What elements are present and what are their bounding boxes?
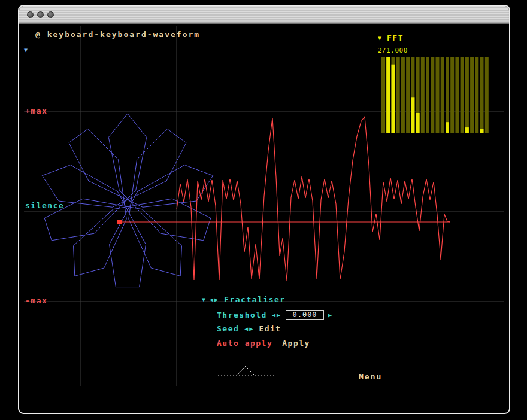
axis-label-min: -max <box>25 296 47 305</box>
waveform-preview-icon[interactable] <box>217 363 277 378</box>
fft-bin-bg <box>475 57 478 133</box>
apply-controls: Auto apply Apply <box>217 339 310 348</box>
fft-bin-bg <box>461 57 464 133</box>
fft-bin-bg <box>480 57 484 133</box>
menu-button[interactable]: Menu <box>359 372 382 381</box>
fft-bin-bg <box>431 57 434 133</box>
axis-label-max: +max <box>25 106 47 115</box>
screen: @ keyboard-keyboard-waveform ▼ ▼ FFT 2/1… <box>0 0 527 420</box>
apply-button[interactable]: Apply <box>282 339 310 348</box>
fractaliser-prev-icon[interactable]: ◀ <box>210 296 213 303</box>
fft-header[interactable]: ▼ FFT <box>378 34 404 42</box>
fft-bar <box>480 129 484 133</box>
fft-label: FFT <box>387 34 404 42</box>
fft-bin-bg <box>455 57 459 133</box>
fft-bin-bg <box>436 57 440 133</box>
seed-control: Seed ◀ ▶ Edit <box>217 324 281 333</box>
threshold-value-field[interactable]: 0.000 <box>286 310 324 320</box>
fft-bin-bg <box>450 57 454 133</box>
threshold-increment-icon[interactable]: ▶ <box>277 312 280 319</box>
threshold-control: Threshold ◀ ▶ 0.000 ▶ <box>217 310 332 320</box>
fft-bin-bg <box>485 57 489 133</box>
fractaliser-title: Fractaliser <box>224 295 286 304</box>
seed-label: Seed <box>217 324 239 333</box>
patch-dropdown-icon[interactable]: ▼ <box>24 47 28 54</box>
fft-scale: 2/1.000 <box>378 46 408 55</box>
fft-bin-bg <box>381 57 385 133</box>
axis-label-silence: silence <box>25 201 64 210</box>
fft-bin-bg <box>396 57 400 133</box>
fft-bar <box>386 57 390 133</box>
fft-bin-bg <box>401 57 405 133</box>
seed-decrement-icon[interactable]: ◀ <box>244 325 248 333</box>
fft-bar <box>446 122 449 133</box>
fft-bin-bg <box>465 57 469 133</box>
threshold-decrement-icon[interactable]: ◀ <box>272 312 275 319</box>
fft-bin-bg <box>426 57 429 133</box>
phase-star-trace <box>42 114 213 287</box>
fft-bin-bg <box>441 57 444 133</box>
scope-canvas[interactable] <box>0 0 527 420</box>
fft-bin-bg <box>446 57 449 133</box>
patch-title: @ keyboard-keyboard-waveform <box>35 30 200 39</box>
fractaliser-header: ▼ ◀ ▶ Fractaliser <box>202 295 286 304</box>
preview-peak <box>237 366 255 376</box>
auto-apply-toggle[interactable]: Auto apply <box>217 339 272 348</box>
fractaliser-collapse-icon[interactable]: ▼ <box>202 296 205 303</box>
fft-bin-bg <box>421 57 425 133</box>
playhead-marker[interactable] <box>117 220 122 224</box>
fft-bin-bg <box>406 57 410 133</box>
fft-bar <box>416 113 420 133</box>
waveform-trace <box>177 117 450 281</box>
threshold-label: Threshold <box>217 311 267 319</box>
fft-bin-bg <box>470 57 474 133</box>
fractaliser-next-icon[interactable]: ▶ <box>214 296 218 303</box>
seed-edit-button[interactable]: Edit <box>259 324 281 333</box>
fft-bar <box>392 65 395 133</box>
seed-increment-icon[interactable]: ▶ <box>249 325 253 333</box>
fft-bar <box>411 97 414 133</box>
fft-collapse-icon[interactable]: ▼ <box>378 35 381 42</box>
threshold-step-icon[interactable]: ▶ <box>328 312 332 319</box>
fft-bar <box>465 127 469 133</box>
